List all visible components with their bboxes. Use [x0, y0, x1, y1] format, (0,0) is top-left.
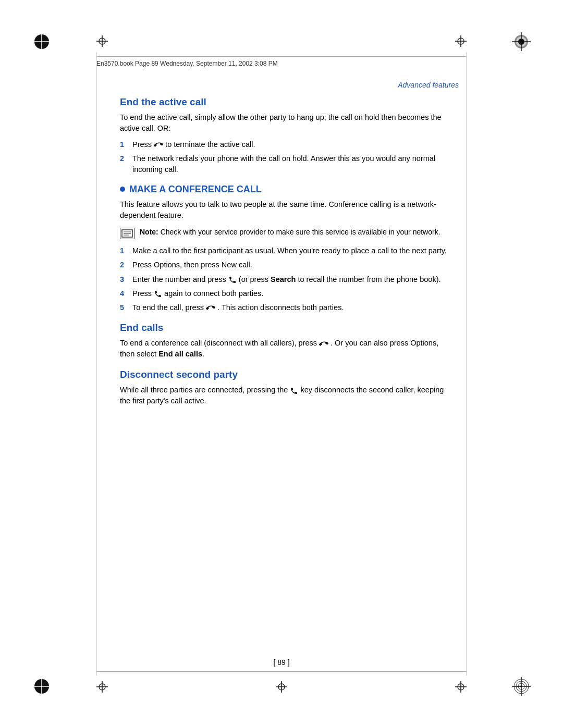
page-container: En3570.book Page 89 Wednesday, September… — [0, 0, 563, 728]
crosshair-br — [455, 681, 467, 693]
end-active-call-intro: To end the active call, simply allow the… — [120, 112, 454, 134]
disconnect-party-section: Disconnect second party While all three … — [120, 369, 454, 406]
note-content: Note: Check with your service provider t… — [140, 227, 440, 238]
note-box: Note: Check with your service provider t… — [120, 227, 454, 239]
main-content: End the active call To end the active ca… — [120, 96, 454, 660]
end-calls-title: End calls — [120, 322, 454, 334]
page-number: [ 89 ] — [273, 658, 289, 667]
end-active-call-title: End the active call — [120, 96, 454, 108]
crosshair-bl — [96, 681, 108, 693]
conference-steps: 1 Make a call to the first participant a… — [120, 245, 454, 313]
bullet-icon — [120, 187, 125, 192]
margin-line-right — [466, 52, 467, 676]
end-calls-section: End calls To end a conference call (disc… — [120, 322, 454, 360]
crosshair-tl — [96, 35, 108, 47]
disconnect-party-title: Disconnect second party — [120, 369, 454, 380]
corner-mark-br — [512, 677, 531, 696]
crosshair-tr — [455, 35, 467, 47]
margin-line-left — [96, 52, 97, 676]
list-item: 2 Press Options, then press New call. — [120, 260, 454, 270]
section-label: Advanced features — [398, 81, 459, 89]
list-item: 5 To end the call, press . This action d… — [120, 302, 454, 313]
disconnect-party-body: While all three parties are connected, p… — [120, 385, 454, 406]
make-conference-title: MAKE A CONFERENCE CALL — [120, 184, 454, 195]
list-item: 4 Press again to connect both parties. — [120, 288, 454, 299]
list-item: 2 The network redials your phone with th… — [120, 153, 454, 175]
make-conference-intro: This feature allows you to talk to two p… — [120, 199, 454, 221]
corner-mark-tr — [512, 32, 531, 51]
make-conference-section: MAKE A CONFERENCE CALL — [120, 184, 454, 195]
header-bar — [96, 56, 467, 57]
corner-mark-tl — [32, 32, 51, 51]
header-content: En3570.book Page 89 Wednesday, September… — [96, 60, 278, 67]
header-text: En3570.book Page 89 Wednesday, September… — [96, 60, 467, 67]
end-active-call-steps: 1 Press to terminate the active call. 2 … — [120, 139, 454, 175]
corner-mark-bl — [32, 677, 51, 696]
list-item: 1 Make a call to the first participant a… — [120, 245, 454, 256]
list-item: 1 Press to terminate the active call. — [120, 139, 454, 150]
list-item: 3 Enter the number and press (or press S… — [120, 274, 454, 285]
note-icon — [120, 228, 134, 239]
footer-bar — [96, 671, 467, 672]
end-calls-body: To end a conference call (disconnect wit… — [120, 338, 454, 360]
crosshair-bc — [276, 681, 287, 693]
